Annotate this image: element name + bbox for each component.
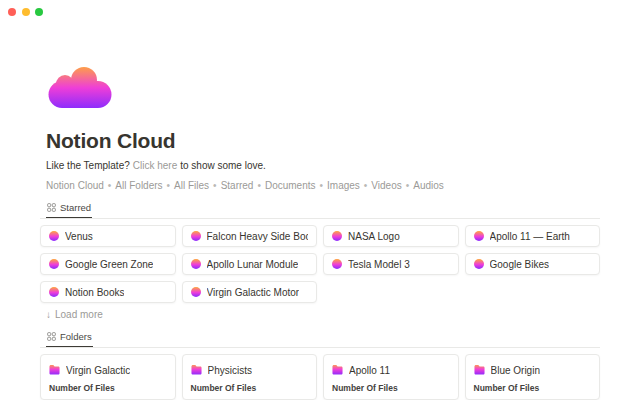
app-window: Notion Cloud Like the Template?Click her… xyxy=(0,0,640,400)
file-card[interactable]: Google Bikes xyxy=(465,253,601,275)
folder-icon xyxy=(191,361,202,379)
card-title: Apollo 11 — Earth xyxy=(490,231,570,242)
file-cloud-icon xyxy=(191,259,201,269)
load-more-label: Load more xyxy=(55,309,103,320)
gallery-grid-icon xyxy=(47,203,56,212)
template-cta: Like the Template?Click hereto show some… xyxy=(40,160,600,172)
click-here-link[interactable]: Click here xyxy=(133,160,177,171)
nav-link-notion-cloud[interactable]: Notion Cloud xyxy=(46,180,104,191)
file-cloud-icon xyxy=(191,287,201,297)
section-label: Starred xyxy=(60,202,91,213)
file-cloud-icon xyxy=(49,259,59,269)
card-grid: VenusFalcon Heavy Side Boosters Landings… xyxy=(40,225,600,303)
folder-card[interactable]: Apollo 11Number Of Files5 xyxy=(323,354,459,400)
folder-card[interactable]: PhysicistsNumber Of Files5 xyxy=(182,354,318,400)
card-title: Blue Origin xyxy=(491,365,540,376)
folder-icon xyxy=(49,361,60,379)
file-cloud-icon xyxy=(49,287,59,297)
page-content: Notion Cloud Like the Template?Click her… xyxy=(40,130,600,400)
zoom-button[interactable] xyxy=(35,8,43,16)
notion-cloud-logo[interactable] xyxy=(47,65,113,109)
file-card[interactable]: Tesla Model 3 xyxy=(323,253,459,275)
file-cloud-icon xyxy=(332,231,342,241)
card-title: Venus xyxy=(65,231,93,242)
down-arrow-icon: ↓ xyxy=(46,309,51,320)
card-title: Apollo Lunar Module xyxy=(207,259,299,270)
file-card[interactable]: Apollo Lunar Module xyxy=(182,253,318,275)
file-card[interactable]: Falcon Heavy Side Boosters Landings xyxy=(182,225,318,247)
file-card[interactable]: Virgin Galactic Motor xyxy=(182,281,318,303)
nav-separator: • xyxy=(320,180,324,191)
file-cloud-icon xyxy=(191,231,201,241)
card-title: Falcon Heavy Side Boosters Landings xyxy=(207,231,309,242)
card-header: Blue Origin xyxy=(474,361,592,379)
card-title: Tesla Model 3 xyxy=(348,259,410,270)
card-title: Apollo 11 xyxy=(349,365,390,376)
view-tabs: Folders xyxy=(40,327,600,348)
card-title: Physicists xyxy=(208,365,252,376)
nav-link-audios[interactable]: Audios xyxy=(413,180,444,191)
file-card[interactable]: NASA Logo xyxy=(323,225,459,247)
nav-link-all-folders[interactable]: All Folders xyxy=(115,180,162,191)
gallery-grid-icon xyxy=(47,332,56,341)
folder-icon xyxy=(474,361,485,379)
card-title: Notion Books xyxy=(65,287,124,298)
card-title: Virgin Galactic xyxy=(66,365,130,376)
folder-card[interactable]: Virgin GalacticNumber Of Files5 xyxy=(40,354,176,400)
nav-link-documents[interactable]: Documents xyxy=(265,180,316,191)
folder-card[interactable]: Blue OriginNumber Of Files5 xyxy=(465,354,601,400)
card-title: Virgin Galactic Motor xyxy=(207,287,300,298)
card-title: NASA Logo xyxy=(348,231,400,242)
card-grid: Virgin GalacticNumber Of Files5Physicist… xyxy=(40,354,600,400)
file-card[interactable]: Google Green Zone xyxy=(40,253,176,275)
cta-suffix: to show some love. xyxy=(180,160,266,171)
view-nav: Notion Cloud•All Folders•All Files•Starr… xyxy=(40,180,600,192)
tab-folders[interactable]: Folders xyxy=(46,329,93,347)
minimize-button[interactable] xyxy=(22,8,30,16)
load-more-button[interactable]: ↓Load more xyxy=(40,309,600,320)
property-label: Number Of Files xyxy=(474,384,592,393)
file-card[interactable]: Venus xyxy=(40,225,176,247)
nav-separator: • xyxy=(213,180,217,191)
nav-link-images[interactable]: Images xyxy=(327,180,360,191)
nav-separator: • xyxy=(108,180,112,191)
property-label: Number Of Files xyxy=(49,384,167,393)
folder-icon xyxy=(332,361,343,379)
section-folders: FoldersVirgin GalacticNumber Of Files5Ph… xyxy=(40,327,600,400)
section-label: Folders xyxy=(60,331,92,342)
nav-separator: • xyxy=(406,180,410,191)
file-card[interactable]: Notion Books xyxy=(40,281,176,303)
cta-prefix: Like the Template? xyxy=(46,160,130,171)
nav-link-videos[interactable]: Videos xyxy=(371,180,401,191)
property-label: Number Of Files xyxy=(332,384,450,393)
file-cloud-icon xyxy=(332,259,342,269)
nav-link-starred[interactable]: Starred xyxy=(221,180,254,191)
view-tabs: Starred xyxy=(40,198,600,219)
tab-starred[interactable]: Starred xyxy=(46,200,92,218)
nav-separator: • xyxy=(257,180,261,191)
close-button[interactable] xyxy=(8,8,16,16)
card-header: Physicists xyxy=(191,361,309,379)
page-title: Notion Cloud xyxy=(40,130,600,152)
gallery-sections: StarredVenusFalcon Heavy Side Boosters L… xyxy=(40,198,600,400)
file-card[interactable]: Apollo 11 — Earth xyxy=(465,225,601,247)
card-title: Google Bikes xyxy=(490,259,549,270)
nav-separator: • xyxy=(167,180,171,191)
card-header: Virgin Galactic xyxy=(49,361,167,379)
card-title: Google Green Zone xyxy=(65,259,153,270)
file-cloud-icon xyxy=(49,231,59,241)
card-header: Apollo 11 xyxy=(332,361,450,379)
property-label: Number Of Files xyxy=(191,384,309,393)
nav-link-all-files[interactable]: All Files xyxy=(174,180,209,191)
section-starred: StarredVenusFalcon Heavy Side Boosters L… xyxy=(40,198,600,320)
window-controls xyxy=(8,8,43,16)
nav-separator: • xyxy=(364,180,368,191)
file-cloud-icon xyxy=(474,259,484,269)
file-cloud-icon xyxy=(474,231,484,241)
